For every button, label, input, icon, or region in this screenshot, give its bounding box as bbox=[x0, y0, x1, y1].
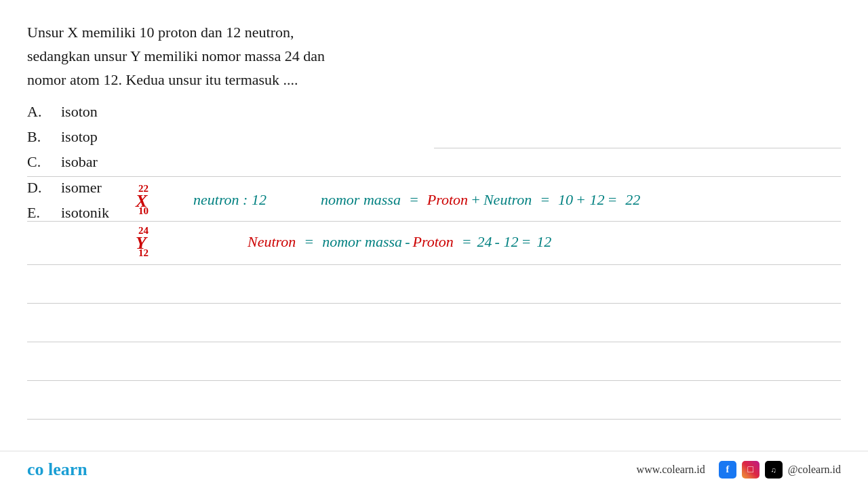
line-4 bbox=[27, 303, 841, 304]
question-text: Unsur X memiliki 10 proton dan 12 neutro… bbox=[27, 20, 475, 92]
facebook-icon: f bbox=[719, 461, 736, 479]
equals-3: = bbox=[607, 191, 617, 209]
tiktok-icon: ♫ bbox=[765, 461, 783, 479]
footer-right: www.colearn.id f □ ♫ @colearn.id bbox=[637, 461, 841, 479]
instagram-icon: □ bbox=[742, 461, 760, 479]
element-y-container: 24 Y 12 bbox=[136, 225, 173, 259]
nomor-massa-y: nomor massa bbox=[322, 233, 402, 251]
plus-label: + bbox=[471, 191, 481, 209]
option-b-text: isotop bbox=[61, 124, 98, 149]
question-line2: sedangkan unsur Y memiliki nomor massa 2… bbox=[27, 47, 325, 64]
neutron-label-y: Neutron bbox=[248, 233, 296, 251]
option-c-letter: C. bbox=[27, 149, 47, 174]
option-a-text: isoton bbox=[61, 99, 98, 124]
social-handle: @colearn.id bbox=[788, 464, 841, 476]
footer-url: www.colearn.id bbox=[637, 464, 705, 476]
question-line3: nomor atom 12. Kedua unsur itu termasuk … bbox=[27, 71, 298, 88]
option-b: B. isotop bbox=[27, 124, 841, 149]
line-7 bbox=[27, 419, 841, 420]
work-line-separator-1 bbox=[27, 176, 841, 177]
24-label: 24 bbox=[477, 233, 492, 251]
option-a: A. isoton bbox=[27, 99, 841, 124]
option-a-letter: A. bbox=[27, 99, 47, 124]
option-b-letter: B. bbox=[27, 124, 47, 149]
footer-social: f □ ♫ @colearn.id bbox=[719, 461, 841, 479]
proton-label: Proton bbox=[427, 191, 468, 209]
neutron-label-2: Neutron bbox=[484, 191, 532, 209]
line-5 bbox=[27, 342, 841, 342]
element-y-subscript: 12 bbox=[138, 247, 149, 259]
equals-y1: = bbox=[304, 233, 314, 251]
result-22: 22 bbox=[625, 191, 640, 209]
proton-y: Proton bbox=[412, 233, 453, 251]
minus-12-label: - 12 bbox=[495, 233, 519, 251]
minus-y: - bbox=[405, 233, 410, 251]
ten-label: 10 bbox=[558, 191, 573, 209]
neutron-label-x: neutron : 12 bbox=[193, 191, 267, 209]
option-d-text: isomer bbox=[61, 175, 102, 200]
option-d-letter: D. bbox=[27, 175, 47, 200]
work-row-2: 24 Y 12 Neutron = nomor massa - Proton =… bbox=[136, 225, 551, 259]
option-c-text: isobar bbox=[61, 149, 98, 174]
equals-y3: = bbox=[521, 233, 531, 251]
result-12: 12 bbox=[536, 233, 551, 251]
question-line1: Unsur X memiliki 10 proton dan 12 neutro… bbox=[27, 24, 294, 41]
equals-y2: = bbox=[462, 233, 472, 251]
element-x-subscript: 10 bbox=[138, 205, 149, 217]
work-line-separator-3 bbox=[27, 264, 841, 265]
line-6 bbox=[27, 380, 841, 381]
option-c: C. isobar bbox=[27, 149, 841, 174]
element-x-container: 22 X 10 bbox=[136, 183, 173, 217]
footer-logo: co learn bbox=[27, 460, 87, 480]
top-divider bbox=[434, 148, 841, 148]
equals-2: = bbox=[540, 191, 550, 209]
plus-12-label: + 12 bbox=[576, 191, 604, 209]
footer: co learn www.colearn.id f □ ♫ @colearn.i… bbox=[0, 451, 868, 488]
equals-1: = bbox=[409, 191, 419, 209]
work-line-separator-2 bbox=[27, 221, 841, 222]
nomor-massa-label: nomor massa bbox=[321, 191, 401, 209]
work-row-1: 22 X 10 neutron : 12 nomor massa = Proto… bbox=[136, 183, 640, 217]
